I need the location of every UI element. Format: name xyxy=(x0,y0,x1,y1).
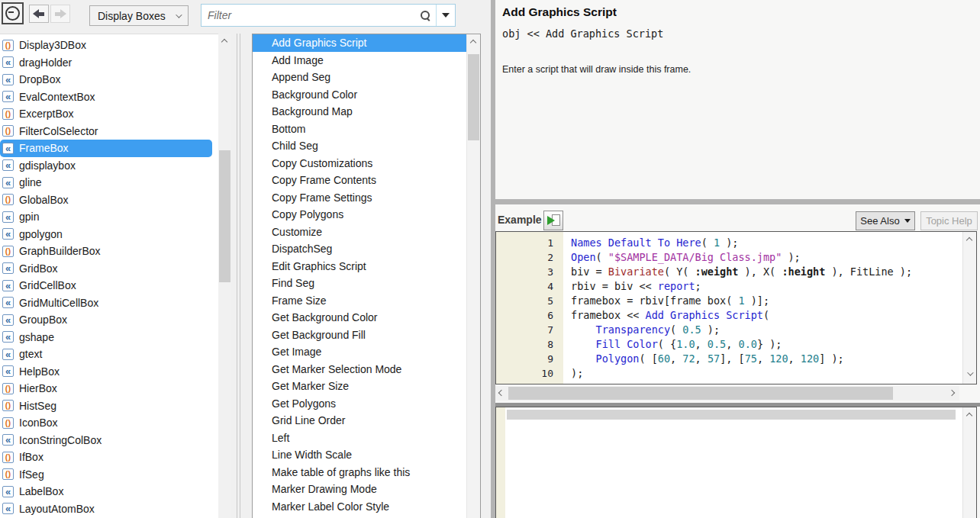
list-item-label: gdisplaybox xyxy=(19,159,76,172)
list-item[interactable]: «LayoutAtomBox xyxy=(0,500,218,518)
message-item[interactable]: Copy Customizations xyxy=(253,155,467,172)
output-scrollbar[interactable] xyxy=(962,407,976,518)
message-icon: « xyxy=(2,280,14,291)
horizontal-splitter[interactable] xyxy=(495,199,980,204)
message-item[interactable]: Copy Frame Settings xyxy=(253,189,467,207)
list-item[interactable]: «gdisplaybox xyxy=(0,157,218,175)
constructor-icon: () xyxy=(2,452,14,463)
list-item[interactable]: «gpolygon xyxy=(0,226,218,243)
list-item[interactable]: «GroupBox xyxy=(0,311,218,329)
list-item[interactable]: ()FilterColSelector xyxy=(0,123,218,140)
message-item[interactable]: Make table of graphs like this xyxy=(253,464,467,481)
message-item[interactable]: Frame Size xyxy=(253,292,467,310)
list-item[interactable]: «DropBox xyxy=(0,71,218,88)
back-arrow-icon xyxy=(33,9,45,18)
back-button[interactable] xyxy=(29,5,49,23)
list-item[interactable]: «gshape xyxy=(0,329,218,346)
code-editor[interactable]: 12345678910 Names Default To Here( 1 );O… xyxy=(495,231,977,384)
code-line: rbiv = biv << report; xyxy=(571,279,962,294)
message-item[interactable]: Background Color xyxy=(253,86,467,104)
message-item[interactable]: Add Graphics Script xyxy=(253,34,467,52)
list-item[interactable]: «EvalContextBox xyxy=(0,88,218,106)
list-item[interactable]: ()GlobalBox xyxy=(0,191,218,209)
see-also-label: See Also xyxy=(860,215,899,227)
message-item[interactable]: Get Polygons xyxy=(253,395,467,413)
scrollbar-thumb[interactable] xyxy=(508,387,893,400)
message-item[interactable]: Customize xyxy=(253,224,467,241)
list-item[interactable]: ()IconBox xyxy=(0,414,218,432)
message-item[interactable]: Find Seg xyxy=(253,275,467,292)
scroll-up-icon[interactable] xyxy=(966,237,972,243)
list-item-label: FilterColSelector xyxy=(19,125,98,137)
see-also-button[interactable]: See Also xyxy=(856,211,915,230)
message-item[interactable]: Get Background Color xyxy=(253,309,467,327)
list-item[interactable]: «LabelBox xyxy=(0,483,218,500)
category-dropdown[interactable]: Display Boxes xyxy=(89,5,189,26)
list-item[interactable]: ()IfSeg xyxy=(0,466,218,484)
run-script-icon xyxy=(547,214,560,227)
code-line: framebox = rbiv[frame box( 1 )]; xyxy=(571,294,962,308)
list-item[interactable]: «GridBox xyxy=(0,260,218,278)
code-scrollbar[interactable] xyxy=(962,232,976,384)
list-item[interactable]: «HelpBox xyxy=(0,363,218,381)
list-item[interactable]: ()HistSeg xyxy=(0,397,218,415)
message-item[interactable]: Marker Drawing Mode xyxy=(253,481,467,498)
message-item[interactable]: Left xyxy=(253,430,467,447)
left-list-scrollbar[interactable] xyxy=(218,34,231,518)
message-item[interactable]: Edit Graphics Script xyxy=(253,258,467,275)
list-item[interactable]: ()IfBox xyxy=(0,449,218,466)
list-item[interactable]: «gtext xyxy=(0,346,218,363)
message-item[interactable]: Get Marker Selection Mode xyxy=(253,361,467,378)
list-item[interactable]: «gline xyxy=(0,174,218,191)
list-item[interactable]: «dragHolder xyxy=(0,54,218,72)
message-item[interactable]: Bottom xyxy=(253,121,467,138)
message-item[interactable]: Copy Polygons xyxy=(253,206,467,224)
list-item[interactable]: ()GraphBuilderBox xyxy=(0,243,218,260)
list-item[interactable]: «GridCellBox xyxy=(0,277,218,294)
constructor-icon: () xyxy=(2,383,14,394)
message-list-scrollbar[interactable] xyxy=(466,34,480,518)
circle-minus-button[interactable] xyxy=(2,2,24,24)
message-item[interactable]: Add Image xyxy=(253,52,467,69)
forward-button[interactable] xyxy=(50,5,70,23)
list-item[interactable]: ()HierBox xyxy=(0,380,218,397)
message-item[interactable]: Marker Label Color Style xyxy=(253,498,467,516)
message-item[interactable]: DispatchSeg xyxy=(253,240,467,258)
run-script-button[interactable] xyxy=(543,211,563,230)
message-item[interactable]: Get Image xyxy=(253,343,467,361)
list-item[interactable]: ()ExcerptBox xyxy=(0,105,218,123)
message-item[interactable]: Grid Line Order xyxy=(253,412,467,430)
code-line: Polygon( [60, 72, 57], [75, 120, 120] ); xyxy=(571,352,962,366)
message-item[interactable]: Copy Frame Contents xyxy=(253,172,467,189)
scroll-up-icon[interactable] xyxy=(966,413,972,419)
code-lines[interactable]: Names Default To Here( 1 );Open( "$SAMPL… xyxy=(563,232,962,384)
scroll-up-icon[interactable] xyxy=(221,39,227,45)
message-item[interactable]: Get Background Fill xyxy=(253,327,467,344)
code-line: Fill Color( {1.0, 0.5, 0.0} ); xyxy=(571,337,962,352)
list-item[interactable]: ()Display3DBox xyxy=(0,37,218,54)
message-item[interactable]: Get Marker Size xyxy=(253,378,467,395)
message-item[interactable]: Append Seg xyxy=(253,69,467,86)
list-item[interactable]: «GridMultiCellBox xyxy=(0,294,218,312)
list-item-label: FrameBox xyxy=(19,142,69,154)
description: Enter a script that will draw inside thi… xyxy=(502,64,691,75)
code-horizontal-scrollbar[interactable] xyxy=(495,386,959,401)
scroll-left-icon[interactable] xyxy=(498,390,505,396)
scrollbar-thumb[interactable] xyxy=(219,150,230,282)
filter-dropdown-arrow-icon[interactable] xyxy=(442,13,450,18)
output-panel[interactable] xyxy=(495,407,977,518)
filter-box xyxy=(201,4,456,27)
message-item[interactable]: Line Width Scale xyxy=(253,446,467,464)
list-item[interactable]: «FrameBox xyxy=(0,140,212,157)
list-item[interactable]: «IconStringColBox xyxy=(0,432,218,449)
message-item[interactable]: Child Seg xyxy=(253,137,467,155)
scrollbar-thumb[interactable] xyxy=(468,54,479,140)
list-item[interactable]: «gpin xyxy=(0,208,218,226)
topic-help-button[interactable]: Topic Help xyxy=(920,211,978,230)
scroll-right-icon[interactable] xyxy=(949,390,955,396)
scroll-up-icon[interactable] xyxy=(470,40,476,46)
scroll-down-icon[interactable] xyxy=(967,369,973,375)
filter-input[interactable] xyxy=(201,5,420,25)
list-item-label: gpolygon xyxy=(19,228,63,240)
message-item[interactable]: Background Map xyxy=(253,103,467,121)
